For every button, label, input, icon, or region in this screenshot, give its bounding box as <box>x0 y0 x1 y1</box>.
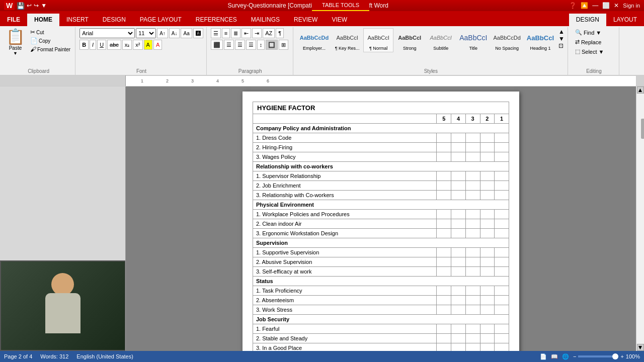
tab-layout[interactable]: LAYOUT <box>606 14 644 26</box>
tab-insert[interactable]: INSERT <box>59 14 96 26</box>
style-title[interactable]: AaBbCcI Title <box>457 28 490 52</box>
zoom-control[interactable]: − + 100% <box>573 353 640 359</box>
quick-access-save[interactable]: 💾 <box>17 2 25 10</box>
strikethrough-button[interactable]: abc <box>107 40 121 50</box>
document-main[interactable]: HYGIENE FACTOR 5 4 3 2 1 Company Policy … <box>126 86 636 351</box>
table-tools-bar: TABLE TOOLS <box>312 0 369 11</box>
style-subtitle[interactable]: AaBbCcI Subtitle <box>426 28 456 52</box>
scroll-down-button[interactable]: ▼ <box>637 344 644 351</box>
scroll-up-button[interactable]: ▲ <box>637 86 644 94</box>
scale-4: 4 <box>451 114 466 124</box>
table-row: Status <box>253 277 509 286</box>
select-button[interactable]: ⬚ Select ▼ <box>572 47 607 56</box>
vertical-scrollbar[interactable]: ▲ ▼ <box>636 86 644 351</box>
clear-format-button[interactable]: 🅰 <box>193 28 203 38</box>
borders-button[interactable]: ⊞ <box>279 40 288 50</box>
bold-button[interactable]: B <box>79 40 89 50</box>
sort-button[interactable]: AZ <box>263 28 275 38</box>
subscript-button[interactable]: x₂ <box>122 40 132 50</box>
scale-5: 5 <box>437 114 451 124</box>
superscript-button[interactable]: x² <box>133 40 142 50</box>
help-icon[interactable]: ❓ <box>569 2 577 9</box>
line-spacing-button[interactable]: ↕ <box>257 40 265 50</box>
view-web-icon[interactable]: 🌐 <box>562 353 569 360</box>
grow-font-button[interactable]: A↑ <box>157 28 168 38</box>
copy-button[interactable]: 📄 Copy <box>29 37 72 45</box>
hygiene-factor-label: HYGIENE FACTOR <box>253 102 509 114</box>
tab-view[interactable]: VIEW <box>325 14 354 26</box>
ribbon-minimize-icon[interactable]: 🔼 <box>581 2 588 9</box>
scroll-thumb[interactable] <box>641 119 645 139</box>
section-relationship: Relationship with co-workers <box>253 162 509 171</box>
tab-design-tools[interactable]: DESIGN <box>569 14 606 26</box>
tab-mailings[interactable]: MAILINGS <box>244 14 287 26</box>
change-case-button[interactable]: Aa <box>181 28 192 38</box>
table-row: 2. Job Enrichment <box>253 181 509 191</box>
table-row: HYGIENE FACTOR <box>253 102 509 114</box>
tab-home[interactable]: HOME <box>27 14 59 26</box>
justify-button[interactable]: ☰ <box>246 40 256 50</box>
window-restore-btn[interactable]: ⬜ <box>602 2 610 9</box>
status-left: Page 2 of 4 Words: 312 English (United S… <box>4 353 133 359</box>
styles-expand[interactable]: ⊡ <box>558 42 565 49</box>
align-right-button[interactable]: ☰ <box>235 40 245 50</box>
replace-button[interactable]: ⇄ Replace <box>572 38 604 46</box>
tab-file[interactable]: FILE <box>0 14 27 26</box>
tab-design[interactable]: DESIGN <box>96 14 133 26</box>
view-reading-icon[interactable]: 📖 <box>551 353 558 360</box>
window-close-btn[interactable]: ✕ <box>614 2 619 9</box>
ruler-side <box>0 75 126 86</box>
shrink-font-button[interactable]: A↓ <box>169 28 180 38</box>
align-center-button[interactable]: ☰ <box>224 40 234 50</box>
styles-scroll-up[interactable]: ▲ <box>558 28 565 35</box>
quick-access-redo[interactable]: ↪ <box>34 2 39 9</box>
font-size-select[interactable]: 11 <box>136 28 156 38</box>
table-row: 1. Workplace Policies and Procedures <box>253 210 509 219</box>
styles-group: AaBbCcDd Employer... AaBbCcI ¶ Key Res..… <box>294 27 568 75</box>
style-normal[interactable]: AaBbCcI ¶ Normal <box>363 28 393 52</box>
show-formatting-button[interactable]: ¶ <box>276 28 284 38</box>
decrease-indent-button[interactable]: ⇤ <box>242 28 251 38</box>
styles-scroll-down[interactable]: ▼ <box>558 35 565 42</box>
text-highlight-button[interactable]: A <box>144 40 152 50</box>
align-left-button[interactable]: ⬛ <box>211 40 223 50</box>
multilevel-list-button[interactable]: ≣ <box>231 28 240 38</box>
format-painter-button[interactable]: 🖌 Format Painter <box>29 45 72 53</box>
style-heading1[interactable]: AaBbCcI Heading 1 <box>524 28 556 52</box>
font-name-select[interactable]: Arial <box>79 28 135 38</box>
increase-indent-button[interactable]: ⇥ <box>252 28 262 38</box>
window-minimize-btn[interactable]: — <box>592 2 598 9</box>
table-row: 1. Supervisor Relationship <box>253 171 509 181</box>
numbering-button[interactable]: ≡ <box>222 28 230 38</box>
quick-access-more[interactable]: ▼ <box>41 2 47 9</box>
style-employer[interactable]: AaBbCcDd Employer... <box>297 28 331 52</box>
status-right: 📄 📖 🌐 − + 100% <box>540 353 640 360</box>
tab-references[interactable]: REFERENCES <box>189 14 244 26</box>
cut-button[interactable]: ✂ Cut <box>29 28 72 36</box>
find-button[interactable]: 🔍 Find ▼ <box>572 28 604 37</box>
table-row: 2. Clean indoor Air <box>253 219 509 229</box>
zoom-in-icon[interactable]: + <box>620 353 623 359</box>
view-print-icon[interactable]: 📄 <box>540 353 547 360</box>
section-supervision: Supervision <box>253 238 509 248</box>
signin-link[interactable]: Sign in <box>623 3 640 9</box>
paste-button[interactable]: 📋 Paste ▼ <box>5 28 26 56</box>
style-no-spacing[interactable]: AaBbCcDd No Spacing <box>491 28 523 52</box>
italic-button[interactable]: I <box>90 40 96 50</box>
style-key-res[interactable]: AaBbCcI ¶ Key Res... <box>332 28 362 52</box>
window-title: Survey-Questionnaire [Compatibility Mode… <box>47 2 569 9</box>
zoom-slider[interactable] <box>578 355 618 357</box>
font-color-button[interactable]: A <box>153 40 162 50</box>
tab-page-layout[interactable]: PAGE LAYOUT <box>133 14 189 26</box>
tab-review[interactable]: REVIEW <box>287 14 325 26</box>
style-strong[interactable]: AaBbCcI Strong <box>394 28 425 52</box>
table-row: 3. Work Stress <box>253 305 509 315</box>
zoom-out-icon[interactable]: − <box>573 353 576 359</box>
shading-button[interactable]: 🔲 <box>266 40 278 50</box>
underline-button[interactable]: U <box>97 40 106 50</box>
document-page[interactable]: HYGIENE FACTOR 5 4 3 2 1 Company Policy … <box>243 92 519 351</box>
bullets-button[interactable]: ☰ <box>211 28 221 38</box>
word-logo-icon: W <box>4 1 15 10</box>
table-row: 3. Relationship with Co-workers <box>253 191 509 200</box>
quick-access-undo[interactable]: ↩ <box>27 2 32 9</box>
